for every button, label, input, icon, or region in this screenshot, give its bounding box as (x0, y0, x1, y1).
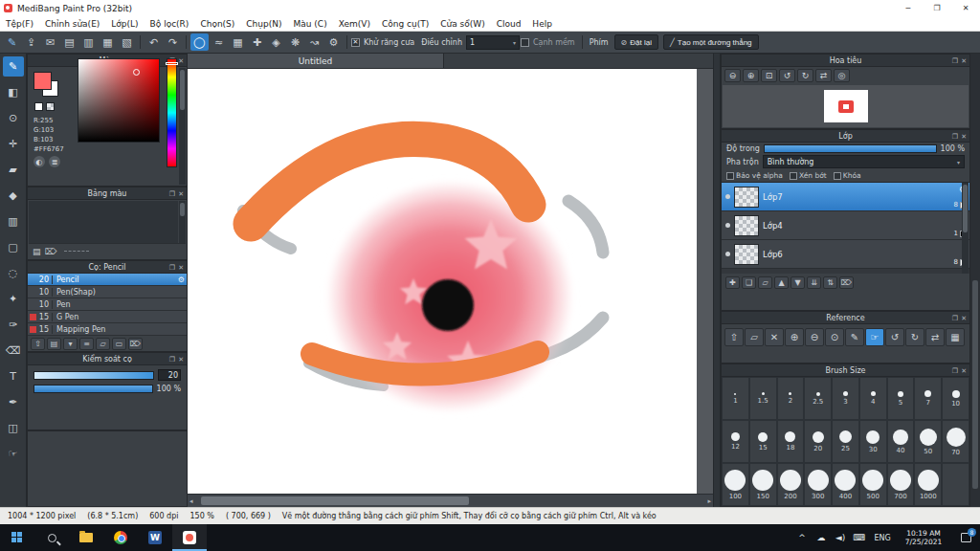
menu-edit[interactable]: Chỉnh sửa(E) (39, 19, 105, 29)
scroll-thumb[interactable] (180, 203, 185, 216)
saturation-value-picker[interactable] (78, 58, 160, 143)
close-icon[interactable]: ✕ (961, 367, 967, 375)
close-icon[interactable]: ✕ (961, 315, 967, 322)
hand-tool[interactable]: ☞ (3, 444, 24, 464)
scroll-thumb[interactable] (963, 185, 968, 232)
keyboard-icon[interactable]: ⌨ (850, 524, 869, 551)
brush-size-cell[interactable]: 10 (942, 377, 969, 420)
snap-curve-icon[interactable]: ↝ (305, 33, 323, 51)
snap-parallel-icon[interactable]: ≈ (210, 33, 228, 51)
cloud-icon[interactable]: ☁ (812, 524, 831, 551)
new-canvas-icon[interactable]: ▤ (60, 33, 78, 51)
palette-list[interactable] (29, 201, 178, 243)
close-icon[interactable]: ✕ (961, 57, 967, 65)
snap-vanishing-icon[interactable]: ◈ (267, 33, 285, 51)
add-brush-icon[interactable]: ▤ (47, 338, 61, 350)
brush-folder2-icon[interactable]: ▭ (112, 338, 126, 350)
reference-header[interactable]: Reference ❐ ✕ (722, 312, 969, 324)
transfer-layer-icon[interactable]: ⇅ (823, 276, 837, 289)
speaker-icon[interactable]: ◄) (831, 524, 850, 551)
panel-resize-handle[interactable] (64, 251, 89, 252)
visibility-icon[interactable] (725, 223, 730, 228)
clear-icon[interactable]: ✕ (765, 328, 784, 346)
brush-size-cell[interactable]: 30 (859, 420, 887, 463)
brush-size-cell[interactable]: 400 (832, 463, 859, 506)
menu-file[interactable]: Tệp(F) (0, 19, 39, 29)
grid-icon[interactable]: ▦ (946, 328, 965, 346)
snap-settings-icon[interactable]: ⚙ (324, 33, 343, 51)
folder-icon[interactable]: ▱ (745, 328, 764, 346)
copy-canvas-icon[interactable]: ▥ (79, 33, 98, 51)
word-button[interactable]: W (138, 524, 172, 551)
brush-row[interactable]: 20 Pencil ⚙ (28, 274, 187, 286)
taskbar-clock[interactable]: 10:19 AM 7/25/2021 (896, 529, 951, 546)
pencil-icon[interactable]: ✎ (845, 328, 864, 346)
scroll-right-icon[interactable]: ▸ (707, 497, 711, 505)
menu-select[interactable]: Chọn(S) (194, 19, 240, 29)
sv-cursor[interactable] (133, 69, 140, 76)
right-column-scrollbar[interactable] (970, 54, 980, 507)
mini-swatch-white[interactable] (34, 102, 43, 111)
zoom-out-icon[interactable]: ⊖ (724, 69, 741, 82)
brush-row[interactable]: 10 Pen (28, 298, 187, 311)
notification-center-button[interactable]: 8 (951, 524, 980, 551)
comment-icon[interactable]: ✉ (41, 33, 59, 51)
gear-icon[interactable]: ⚙ (178, 276, 185, 284)
bucket-tool[interactable]: ◆ (3, 186, 24, 206)
brush-size-header[interactable]: Brush Size ❐ ✕ (722, 364, 969, 377)
brush-row[interactable]: 15 Mapping Pen (28, 323, 187, 336)
mini-swatch-transparent[interactable] (46, 102, 55, 111)
adjust-dropdown[interactable]: 1 ▾ (466, 35, 520, 50)
layer-row[interactable]: Lớp6 8 (722, 240, 969, 269)
flip-icon[interactable]: ⇄ (815, 69, 832, 82)
color-mixer-icon[interactable]: ≣ (49, 156, 60, 167)
duplicate-layer-icon[interactable]: ❏ (742, 276, 756, 289)
brush-tool[interactable]: ✎ (3, 56, 24, 77)
lock-checkbox[interactable]: Khóa (834, 171, 861, 180)
delete-layer-icon[interactable]: ⌦ (839, 276, 854, 289)
layer-row[interactable]: Lớp7 ⚙ 8 (722, 183, 969, 211)
brush-size-cell[interactable]: 7 (914, 377, 942, 420)
minimize-button[interactable]: ─ (894, 0, 923, 16)
antialias-checkbox[interactable]: ✕ (351, 38, 360, 47)
brush-size-cell[interactable]: 3 (832, 377, 859, 420)
brush-size-cell[interactable]: 4 (859, 377, 887, 420)
brush-folder-icon[interactable]: ▱ (96, 338, 110, 350)
reset-button[interactable]: ⊘ Đặt lại (614, 34, 658, 50)
brush-row[interactable]: 10 Pen(Shap) (28, 286, 187, 298)
brush-size-cell[interactable]: 18 (777, 420, 805, 463)
loupe-icon[interactable]: ⊙ (825, 328, 844, 346)
snap-grid-icon[interactable]: ▦ (229, 33, 247, 51)
material-icon[interactable]: ▧ (118, 33, 136, 51)
color-wheel-icon[interactable]: ◐ (33, 156, 45, 167)
fill-shape-tool[interactable]: ▰ (3, 160, 24, 180)
brush-size-cell[interactable]: 700 (887, 463, 915, 506)
popout-icon[interactable]: ❐ (952, 133, 958, 141)
file-explorer-button[interactable] (69, 524, 103, 551)
brush-size-cell[interactable]: 500 (859, 463, 887, 506)
text-tool[interactable]: T (3, 366, 24, 386)
start-button[interactable] (0, 524, 34, 551)
import-icon[interactable]: ⇧ (724, 328, 744, 346)
color-panel-scrollbar[interactable] (179, 68, 186, 185)
brush-size-cell[interactable]: 25 (832, 420, 859, 463)
brush-menu-icon[interactable]: ≡ (79, 338, 94, 350)
brush-size-cell[interactable]: 150 (749, 463, 777, 506)
zoom-out-icon[interactable]: ⊖ (805, 328, 824, 346)
layer-opacity-slider[interactable] (764, 144, 937, 153)
clipping-checkbox[interactable]: Xén bớt (790, 171, 827, 180)
snap-cross-icon[interactable]: ✚ (248, 33, 266, 51)
menu-color[interactable]: Màu (C) (288, 19, 333, 29)
protect-alpha-checkbox[interactable]: Bảo vệ alpha (726, 171, 783, 180)
brush-size-cell[interactable]: 1000 (914, 463, 942, 506)
layer-folder-icon[interactable]: ▱ (758, 276, 772, 289)
rotate-ccw-icon[interactable]: ↺ (885, 328, 904, 346)
medibang-taskbar-button[interactable] (172, 524, 207, 551)
scroll-left-icon[interactable]: ◂ (189, 497, 193, 505)
language-indicator[interactable]: ENG (869, 524, 896, 551)
panel-divider[interactable] (713, 54, 721, 507)
layer-row[interactable]: Lớp4 1 (722, 211, 969, 240)
snap-off-icon[interactable]: ◯ (190, 33, 209, 51)
close-icon[interactable]: ✕ (178, 57, 184, 65)
popout-icon[interactable]: ❐ (952, 57, 958, 65)
